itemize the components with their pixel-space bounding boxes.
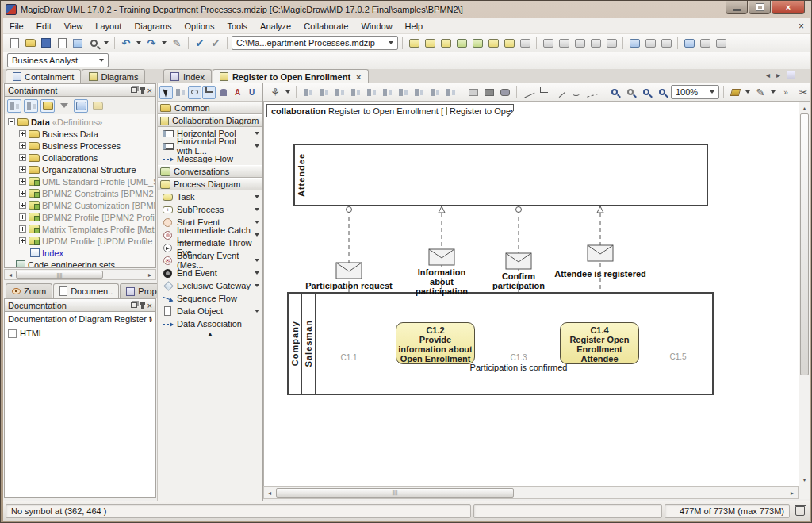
event-label-c1-1[interactable]: C1.1	[333, 353, 365, 362]
task-provide-information[interactable]: C1.2 Provide information about Open Enro…	[396, 322, 475, 364]
palette-data-association[interactable]: Data Association	[158, 317, 262, 330]
item-dropdown-icon[interactable]	[255, 310, 259, 313]
tab-zoom[interactable]: Zoom	[6, 283, 52, 298]
palette-boundary-event[interactable]: ✉ Boundary Event (Mes...	[158, 254, 262, 267]
layout-dropdown-icon[interactable]	[285, 90, 290, 94]
expand-icon[interactable]	[19, 190, 26, 197]
redo-dropdown-icon[interactable]	[162, 41, 167, 44]
menu-file[interactable]: File	[3, 20, 30, 33]
metric-table-icon[interactable]	[518, 36, 532, 50]
item-dropdown-icon[interactable]	[255, 233, 259, 237]
pin-panel-icon[interactable]	[141, 87, 144, 94]
event-label-c1-5[interactable]: C1.5	[662, 352, 694, 361]
tree-item-bpmn2-customization[interactable]: BPMN2 Customization [BPMN2 Custo...	[5, 199, 155, 211]
garbage-collect-icon[interactable]	[795, 506, 805, 516]
event-note-participation-confirmed[interactable]: Participation is confirmed	[455, 363, 582, 372]
memory-progress-bar[interactable]	[473, 504, 662, 518]
dependency-matrix-icon[interactable]	[486, 36, 500, 50]
palette-data-object[interactable]: Data Object	[158, 305, 262, 317]
menu-collaborate[interactable]: Collaborate	[297, 20, 354, 33]
expand-icon[interactable]	[19, 166, 26, 173]
show-inherited-icon[interactable]	[40, 99, 55, 113]
open-project-icon[interactable]	[23, 36, 37, 50]
refresh-icon[interactable]	[74, 99, 88, 113]
palette-section-process[interactable]: Process Diagram	[158, 178, 262, 190]
close-panel-icon[interactable]: ×	[147, 302, 152, 309]
layout-icon[interactable]	[643, 36, 657, 50]
tab-close-icon[interactable]: ×	[356, 72, 361, 82]
distribute-horizontal-icon[interactable]	[396, 85, 410, 99]
expand-icon[interactable]	[19, 202, 26, 209]
pen-color-dropdown-icon[interactable]	[771, 90, 776, 94]
profile-diagram-icon[interactable]	[454, 36, 469, 50]
item-dropdown-icon[interactable]	[255, 259, 259, 262]
shape-rounded-icon[interactable]	[498, 85, 512, 99]
select-in-tree-icon[interactable]	[627, 36, 642, 50]
align-bottom-icon[interactable]	[380, 85, 394, 99]
tab-diagrams[interactable]: Diagrams	[82, 69, 145, 83]
palette-task[interactable]: Task	[158, 190, 262, 203]
item-dropdown-icon[interactable]	[255, 221, 259, 224]
align-left-icon[interactable]	[332, 85, 347, 99]
line-mixed-icon[interactable]	[584, 85, 599, 99]
pen-color-icon[interactable]: ✎	[753, 85, 768, 99]
menu-window[interactable]: Window	[354, 20, 398, 33]
line-oblique-icon[interactable]	[553, 85, 567, 99]
tree-item-updm-profile[interactable]: UPDM Profile [UPDM Profile for BPM...	[5, 235, 155, 247]
message-label-attendee-registered[interactable]: Attendee is registered	[537, 269, 664, 279]
expand-icon[interactable]	[19, 154, 26, 161]
sticky-tool-icon[interactable]: A	[231, 86, 244, 99]
palette-exclusive-gateway[interactable]: Exclusive Gateway	[158, 279, 262, 292]
align-right-icon[interactable]	[348, 85, 362, 99]
canvas-vscrollbar[interactable]: ▴ ▾	[799, 102, 810, 486]
model-transform-icon[interactable]	[541, 36, 555, 50]
diagram-table-icon[interactable]	[423, 36, 437, 50]
message-label-participation-request[interactable]: Participation request	[289, 281, 408, 290]
event-label-c1-3[interactable]: C1.3	[503, 353, 534, 362]
commit-icon[interactable]: ✔	[209, 36, 223, 50]
expand-tree-icon[interactable]	[7, 99, 21, 113]
generic-table-icon[interactable]	[502, 36, 516, 50]
palette-section-conversations[interactable]: Conversations	[158, 165, 262, 178]
cut-icon[interactable]: ✂	[796, 85, 810, 99]
tab-register-diagram[interactable]: Register to Open Enrollment ×	[213, 69, 369, 83]
zoom-in-icon[interactable]	[607, 85, 622, 99]
palette-sequence-flow[interactable]: Sequence Flow	[158, 292, 262, 305]
expand-icon[interactable]	[19, 130, 26, 137]
undo-icon[interactable]: ↶	[119, 36, 133, 50]
multi-select-tool-icon[interactable]	[174, 86, 187, 99]
fill-color-dropdown-icon[interactable]	[745, 90, 750, 94]
palette-horizontal-pool-lanes[interactable]: Horizontal Pool with L...	[158, 140, 262, 152]
package-diagram-icon[interactable]	[470, 36, 485, 50]
tree-item-code-engineering-sets[interactable]: Code engineering sets	[5, 259, 155, 268]
item-dropdown-icon[interactable]	[255, 208, 259, 211]
collapse-tree-icon[interactable]	[24, 99, 38, 113]
menu-help[interactable]: Help	[399, 20, 430, 33]
find-icon[interactable]	[86, 36, 101, 50]
menu-tools[interactable]: Tools	[220, 20, 254, 33]
menu-edit[interactable]: Edit	[30, 20, 58, 33]
shape-fill-dark-icon[interactable]	[482, 85, 496, 99]
navigate-back-icon[interactable]	[682, 36, 696, 50]
new-project-icon[interactable]	[7, 36, 21, 50]
line-curved-icon[interactable]	[569, 85, 583, 99]
toolbar-overflow-icon[interactable]: »	[779, 85, 793, 99]
comment-icon[interactable]	[714, 36, 728, 50]
compare-projects-icon[interactable]	[557, 36, 571, 50]
layout-tree-icon[interactable]: ⚘	[268, 85, 282, 99]
item-dropdown-icon[interactable]	[255, 195, 259, 198]
menu-layout[interactable]: Layout	[89, 20, 128, 33]
close-button[interactable]: ×	[772, 1, 805, 14]
zoom-fit-icon[interactable]	[623, 85, 638, 99]
select-tool-icon[interactable]	[159, 86, 173, 99]
tree-item-data[interactable]: Data «Definitions»	[5, 116, 155, 128]
tree-item-bpmn2-profile[interactable]: BPMN2 Profile [BPMN2 Profile.mdzip...	[5, 211, 155, 223]
distribute-vertical-icon[interactable]	[412, 85, 426, 99]
print-icon[interactable]	[55, 36, 69, 50]
expand-icon[interactable]	[19, 225, 26, 233]
path-tool-icon[interactable]	[202, 86, 216, 99]
tab-containment[interactable]: Containment	[6, 69, 81, 83]
make-same-height-icon[interactable]	[443, 85, 458, 99]
navigate-forward-icon[interactable]	[698, 36, 712, 50]
zoom-plus-icon[interactable]	[639, 85, 653, 99]
